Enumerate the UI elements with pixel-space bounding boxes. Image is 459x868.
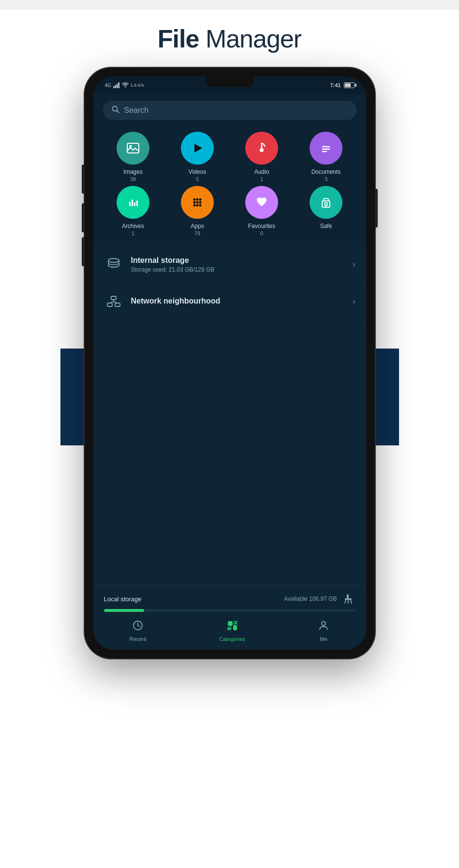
search-bar-wrapper: Search [93, 94, 366, 127]
svg-rect-30 [111, 296, 116, 300]
category-item-videos[interactable]: Videos 5 [167, 132, 228, 182]
clean-icon[interactable] [341, 592, 355, 606]
category-item-safe[interactable]: Safe [296, 186, 356, 236]
favourites-label: Favourites [248, 223, 275, 229]
storage-item-network[interactable]: Network neighbourhood › [93, 283, 366, 320]
local-storage-bar: Local storage Available 106.97 GB [93, 586, 366, 616]
me-label: Me [320, 636, 327, 642]
svg-rect-1 [115, 85, 116, 89]
search-bar[interactable]: Search [103, 101, 356, 120]
svg-rect-6 [127, 143, 139, 153]
page-wrapper: File Manager 4G [0, 10, 459, 868]
storage-progress-fill [104, 609, 144, 612]
svg-rect-16 [136, 200, 138, 206]
category-item-favourites[interactable]: Favourites 0 [232, 186, 292, 236]
battery-fill [345, 83, 351, 87]
favourites-count: 0 [260, 230, 263, 236]
svg-rect-0 [113, 86, 115, 88]
tab-categories[interactable]: Categories [219, 620, 245, 642]
svg-rect-14 [132, 199, 133, 206]
svg-point-25 [199, 204, 202, 207]
svg-marker-8 [194, 144, 202, 152]
phone-screen: 4G [93, 76, 366, 650]
svg-line-5 [117, 111, 119, 113]
local-storage-label: Local storage [104, 595, 142, 603]
database-icon [106, 258, 121, 271]
svg-point-18 [196, 198, 199, 201]
svg-point-24 [196, 204, 199, 207]
apps-count: 79 [194, 230, 200, 236]
internal-storage-icon [104, 255, 123, 274]
wifi-icon [122, 82, 129, 88]
status-time: 7:41 [330, 82, 341, 88]
images-label: Images [123, 168, 142, 175]
images-icon [125, 140, 141, 156]
signal-icon [113, 82, 120, 88]
status-left-info: 4G [105, 82, 144, 88]
archives-count: 1 [132, 230, 134, 236]
svg-rect-3 [118, 82, 119, 88]
tab-me[interactable]: Me [318, 620, 329, 642]
favourites-icon [254, 195, 269, 210]
svg-point-21 [196, 201, 199, 204]
svg-point-23 [193, 204, 196, 207]
category-item-archives[interactable]: Archives 1 [103, 186, 163, 236]
storage-item-internal[interactable]: Internal storage Storage used: 21.03 GB/… [93, 246, 366, 283]
svg-rect-13 [129, 201, 131, 206]
internal-storage-arrow: › [353, 260, 355, 269]
archives-icon [125, 195, 141, 210]
network-icon [106, 295, 121, 308]
network-storage-icon [104, 292, 123, 311]
category-item-audio[interactable]: Audio 1 [232, 132, 292, 182]
status-bar: 4G [93, 76, 366, 94]
safe-icon [318, 195, 334, 210]
videos-count: 5 [196, 176, 199, 182]
internal-storage-text: Internal storage Storage used: 21.03 GB/… [131, 256, 345, 273]
storage-progress-row [104, 609, 355, 612]
svg-point-17 [193, 198, 196, 201]
svg-point-39 [322, 622, 326, 625]
svg-point-7 [130, 145, 132, 148]
local-storage-available: Available 106.97 GB [284, 595, 337, 602]
search-icon [112, 106, 119, 115]
safe-label: Safe [320, 223, 332, 229]
categories-label: Categories [219, 636, 245, 642]
local-storage-info-row: Local storage Available 106.97 GB [104, 592, 355, 606]
tab-recent[interactable]: Recent [130, 620, 147, 642]
svg-rect-31 [107, 303, 112, 306]
bottom-section: Local storage Available 106.97 GB [93, 585, 366, 650]
svg-point-29 [108, 259, 119, 262]
categories-grid: Images 38 Videos 5 [93, 127, 366, 246]
categories-icon [226, 620, 238, 634]
svg-point-22 [199, 201, 202, 204]
audio-count: 1 [260, 176, 263, 182]
page-title: File Manager [158, 24, 301, 53]
documents-icon [318, 140, 334, 156]
storage-section: Internal storage Storage used: 21.03 GB/… [93, 246, 366, 585]
audio-label: Audio [254, 168, 269, 175]
images-count: 38 [130, 176, 136, 182]
category-item-images[interactable]: Images 38 [103, 132, 163, 182]
title-regular: Manager [199, 25, 301, 53]
me-icon [318, 620, 329, 634]
videos-label: Videos [189, 168, 206, 175]
network-storage-text: Network neighbourhood [131, 297, 345, 307]
category-item-apps[interactable]: Apps 79 [167, 186, 228, 236]
svg-point-20 [193, 201, 196, 204]
search-placeholder: Search [124, 106, 149, 115]
images-icon-bg [117, 132, 149, 165]
tab-bar: Recent [93, 616, 366, 650]
category-item-documents[interactable]: Documents 3 [296, 132, 356, 182]
videos-icon [190, 140, 205, 156]
svg-rect-15 [134, 202, 135, 206]
recent-label: Recent [130, 636, 147, 642]
storage-progress-bar [104, 609, 355, 612]
favourites-icon-bg [245, 186, 278, 219]
audio-icon [254, 140, 269, 156]
safe-icon-bg [310, 186, 342, 219]
videos-icon-bg [181, 132, 214, 165]
documents-icon-bg [310, 132, 342, 165]
apps-label: Apps [191, 223, 204, 229]
apps-icon [190, 195, 205, 210]
broom-icon [343, 594, 354, 604]
